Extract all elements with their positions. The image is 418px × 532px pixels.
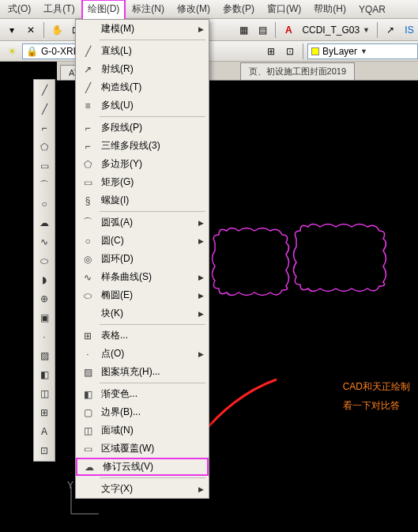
toolbar-btn[interactable]: ▾ [3,21,21,39]
xline-tool-icon[interactable]: ╱ [36,100,53,118]
menu-window[interactable]: 窗口(W) [261,0,307,18]
menu-item-pline[interactable]: ⌐多段线(P) [76,119,209,137]
submenu-arrow-icon: ▶ [198,219,204,227]
block-tool-icon[interactable]: ▣ [36,309,53,326]
submenu-arrow-icon: ▶ [198,25,204,33]
menu-item-helix[interactable]: §螺旋(I) [76,191,209,209]
menu-item-label: 区域覆盖(W) [101,442,154,455]
bylayer-combo[interactable]: ByLayer ▼ [307,43,418,59]
tab-main[interactable]: 页、初设施工图封面2019 [240,62,355,80]
insert-tool-icon[interactable]: ⊕ [36,290,53,308]
text-style-combo[interactable]: CCDI_T_G03 ▼ [299,25,373,36]
cloud-shape-left [211,227,306,298]
menu-draw[interactable]: 绘图(D) [81,0,126,19]
toolbar-btn[interactable]: ⊞ [262,43,280,60]
menu-item-boundary[interactable]: ▢边界(B)... [76,403,209,421]
menu-item-mline[interactable]: ≡多线(U) [76,96,209,115]
toolbar-btn[interactable]: ⊡ [281,43,299,60]
line-tool-icon[interactable]: ╱ [36,81,53,99]
ray-icon: ↗ [81,62,95,77]
menu-item-revcloud[interactable]: ☁修订云线(V) [76,458,209,476]
menu-tools[interactable]: 工具(T) [37,0,81,18]
menu-separator [100,477,205,478]
text-tool-icon[interactable]: A [36,423,53,440]
menubar: 式(O) 工具(T) 绘图(D) 标注(N) 修改(M) 参数(P) 窗口(W)… [0,0,418,19]
point-tool-icon[interactable]: · [36,328,53,345]
menu-item-wipeout[interactable]: ▭区域覆盖(W) [76,440,209,458]
ellipse-arc-tool-icon[interactable]: ◗ [36,271,53,289]
menu-item-item[interactable]: 文字(X)▶ [76,480,209,498]
menu-separator [100,40,205,40]
spline-icon: ∿ [81,270,95,285]
submenu-arrow-icon: ▶ [198,292,204,300]
menu-item-line[interactable]: ╱直线(L) [76,42,209,60]
menu-item-gradient[interactable]: ◧渐变色... [76,385,209,403]
menu-item-hatch[interactable]: ▨图案填充(H)... [76,363,209,381]
menu-item-point[interactable]: ·点(O)▶ [76,345,209,363]
menu-item-rect[interactable]: ▭矩形(G) [76,173,209,191]
revcloud-tool-icon[interactable]: ☁ [36,214,53,232]
mline-icon: ≡ [81,99,95,113]
pline-tool-icon[interactable]: ⌐ [36,119,53,137]
rect-icon: ▭ [81,175,95,190]
menu-item-label: 修订云线(V) [103,460,153,474]
3dpline-icon: ⌐ [81,139,95,153]
menu-help[interactable]: 帮助(H) [307,0,352,18]
menu-item-arc[interactable]: ⌒圆弧(A)▶ [76,213,209,232]
sun-icon[interactable]: ☀ [3,43,21,60]
toolbar-btn[interactable]: ▤ [254,21,271,39]
menu-item-label: 圆(C) [101,234,124,247]
menu-item-ellipse[interactable]: ⬭椭圆(E)▶ [76,286,209,304]
menu-item-label: 构造线(T) [101,81,141,94]
gradient-tool-icon[interactable]: ◧ [36,366,53,383]
polygon-tool-icon[interactable]: ⬠ [36,138,53,156]
menu-item-label: 多段线(P) [101,121,142,134]
menu-item-label: 圆弧(A) [101,216,133,229]
rect-tool-icon[interactable]: ▭ [36,157,53,175]
menu-item-donut[interactable]: ◎圆环(D) [76,250,209,268]
menu-separator [100,324,205,325]
menu-dimension[interactable]: 标注(N) [126,0,171,18]
toolbar-btn[interactable]: ▦ [235,21,252,39]
menu-item-region[interactable]: ◫面域(N) [76,421,209,440]
menu-item-ray[interactable]: ↗射线(R) [76,60,209,78]
arc-tool-icon[interactable]: ⌒ [36,176,53,194]
region-tool-icon[interactable]: ◫ [36,385,53,402]
menu-item-item[interactable]: 建模(M)▶ [76,20,209,38]
tool-icon[interactable]: ⊡ [36,442,53,459]
spline-tool-icon[interactable]: ∿ [36,233,53,251]
ellipse-tool-icon[interactable]: ⬭ [36,252,53,270]
submenu-arrow-icon: ▶ [198,485,204,493]
text-icon[interactable]: A [280,21,297,39]
menu-params[interactable]: 参数(P) [217,0,261,18]
menu-item-xline[interactable]: ╱构造线(T) [76,78,209,96]
table-icon: ⊞ [81,329,95,343]
toolbar-btn[interactable]: IS [401,21,418,39]
line-icon: ╱ [81,44,95,58]
arc-icon: ⌒ [81,216,95,230]
menu-item-item[interactable]: 块(K)▶ [76,304,209,323]
circle-icon: ○ [81,234,95,248]
revcloud-icon: ☁ [82,460,96,474]
gradient-icon: ◧ [81,387,95,402]
circle-tool-icon[interactable]: ○ [36,195,53,213]
point-icon: · [81,347,95,361]
menu-item-3dpline[interactable]: ⌐三维多段线(3) [76,137,209,155]
menu-modify[interactable]: 修改(M) [171,0,217,18]
close-icon[interactable]: ✕ [22,21,40,39]
menu-item-label: 多线(U) [101,99,134,112]
annotation-text: CAD和天正绘制 看一下对比答 [343,377,410,415]
menu-item-table[interactable]: ⊞表格... [76,326,209,345]
toolbar-btn[interactable]: ↗ [382,21,399,39]
menu-item-spline[interactable]: ∿样条曲线(S)▶ [76,268,209,286]
table-tool-icon[interactable]: ⊞ [36,404,53,421]
menu-yqar[interactable]: YQAR [352,2,392,17]
pan-icon[interactable]: ✋ [48,21,66,39]
region-icon: ◫ [81,424,95,438]
menu-item-label: 块(K) [101,307,123,320]
menu-item-circle[interactable]: ○圆(C)▶ [76,232,209,250]
menu-item-polygon[interactable]: ⬠多边形(Y) [76,155,209,173]
menu-format[interactable]: 式(O) [2,0,37,18]
hatch-tool-icon[interactable]: ▨ [36,347,53,364]
separator [303,43,303,59]
